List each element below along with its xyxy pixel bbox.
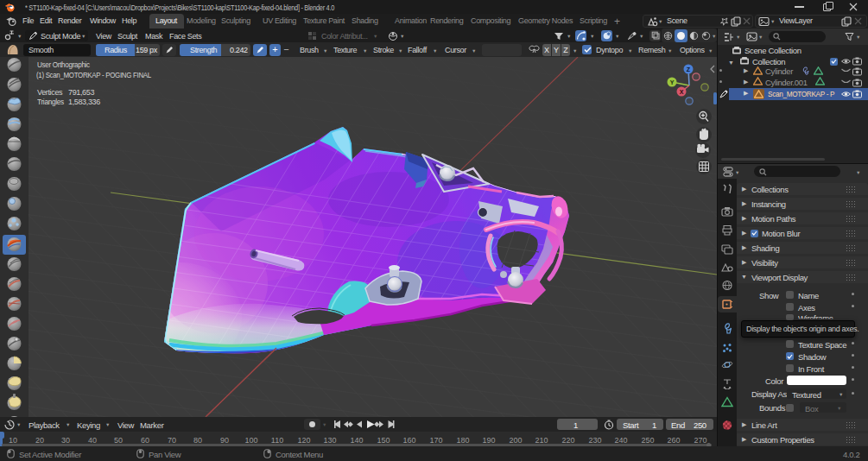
svg-text:Y: Y	[670, 79, 675, 85]
svg-text:X: X	[680, 89, 684, 95]
svg-text:Z: Z	[687, 66, 691, 73]
